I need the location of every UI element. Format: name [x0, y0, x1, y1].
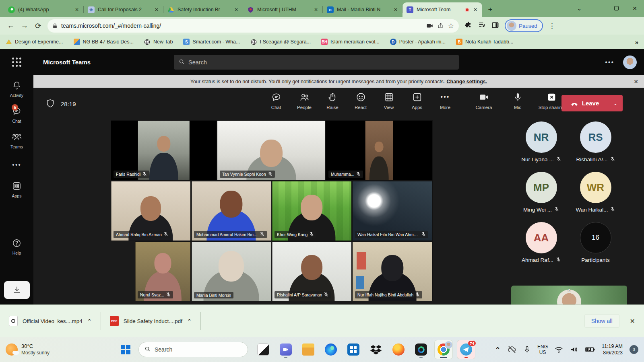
- camera-in-use-icon[interactable]: [426, 22, 433, 29]
- download-item-1[interactable]: Official Video_kes....mp4⌃: [0, 305, 101, 337]
- call-control-raise[interactable]: Raise: [321, 91, 344, 110]
- change-settings-link[interactable]: Change settings.: [447, 79, 487, 84]
- extensions-puzzle-icon[interactable]: [464, 21, 472, 31]
- bookmark-item-1[interactable]: Design of Experime...: [6, 39, 63, 45]
- bookmarks-overflow-chevron[interactable]: »: [635, 39, 638, 45]
- window-minimize-button[interactable]: —: [588, 5, 607, 12]
- download-item-2[interactable]: PDFSlide Safety Induct....pdf⌃: [101, 305, 200, 337]
- video-tile[interactable]: Tan Vynnie Sophi Koon: [217, 120, 326, 181]
- sidebar-item-apps[interactable]: Apps: [12, 181, 22, 198]
- call-control-chat[interactable]: Chat: [265, 91, 287, 110]
- call-control-apps[interactable]: Apps: [406, 91, 428, 110]
- taskbar-app-teams-chat[interactable]: [277, 340, 295, 359]
- teams-profile-avatar[interactable]: [623, 56, 637, 69]
- browser-tab-4[interactable]: Microsoft | UTHM✕: [243, 2, 323, 17]
- tab-close-icon[interactable]: ✕: [154, 7, 159, 12]
- bookmark-item-8[interactable]: BNota Kuliah Tadabb...: [456, 39, 513, 45]
- window-close-button[interactable]: ✕: [625, 5, 644, 12]
- call-control-camera[interactable]: Camera: [469, 91, 499, 110]
- taskbar-app-webex[interactable]: [412, 340, 430, 359]
- video-tile[interactable]: Ahmad Rafiq Bin Azman: [111, 181, 191, 241]
- bookmark-item-6[interactable]: BHIslam meraikan evol...: [321, 39, 380, 45]
- bookmark-item-5[interactable]: I Sceagan @ Segara...: [250, 39, 311, 45]
- video-tile[interactable]: Khor Wing Kang: [272, 181, 352, 241]
- reload-button[interactable]: ⟳: [31, 19, 45, 33]
- taskbar-clock[interactable]: 11:19 AM 8/6/2023: [602, 343, 623, 356]
- call-control-view[interactable]: View: [378, 91, 400, 110]
- bookmark-item-3[interactable]: New Tab: [144, 39, 173, 45]
- battery-icon[interactable]: [585, 347, 595, 352]
- taskbar-app-telegram[interactable]: 74: [457, 340, 475, 359]
- wifi-icon[interactable]: [555, 346, 563, 353]
- browser-tab-1[interactable]: (4) WhatsApp✕: [4, 2, 84, 17]
- start-button[interactable]: [121, 345, 130, 354]
- sidebar-item-help[interactable]: Help: [12, 239, 21, 255]
- playlist-icon[interactable]: [478, 21, 486, 31]
- notification-count-badge[interactable]: 3: [630, 345, 638, 354]
- taskbar-app-dropbox[interactable]: [367, 340, 385, 359]
- sidebar-item-more[interactable]: •••: [12, 161, 21, 169]
- tab-close-icon[interactable]: ✕: [313, 7, 319, 12]
- video-tile[interactable]: Nurul Syaz...: [135, 241, 191, 301]
- sidebar-participant[interactable]: AAAhmad Raf...: [514, 222, 568, 263]
- browser-tab-5[interactable]: oMail - Marlia Binti N✕: [323, 2, 402, 17]
- download-item-chevron-icon[interactable]: ⌃: [87, 318, 92, 324]
- video-tile[interactable]: Mohammad Amirrul Hakim Bin Suhaimi: [191, 181, 271, 241]
- downloads-bar-close-icon[interactable]: ✕: [630, 317, 635, 325]
- call-control-more[interactable]: •••More: [434, 91, 456, 110]
- taskbar-app-chrome[interactable]: [435, 340, 452, 359]
- bookmark-item-7[interactable]: DPoster - Apakah ini...: [390, 39, 446, 45]
- sidebar-item-teams[interactable]: Teams: [10, 132, 23, 149]
- microphone-tray-icon[interactable]: [524, 346, 530, 354]
- taskbar-app-widgets[interactable]: [254, 340, 272, 359]
- taskbar-app-microsoft-store[interactable]: [345, 340, 362, 359]
- language-indicator[interactable]: ENG US: [537, 344, 548, 356]
- video-tile[interactable]: Marlia Binti Morsin: [191, 241, 271, 301]
- sidebar-participant[interactable]: WRWan Haikal...: [568, 172, 623, 213]
- sidebar-participant[interactable]: NRNur Liyana ...: [514, 121, 568, 162]
- browser-tab-2[interactable]: ❀Call for Proposals 2✕: [84, 2, 163, 17]
- banner-close-icon[interactable]: ✕: [634, 78, 638, 85]
- bookmark-item-4[interactable]: SSmarter.com - Wha...: [183, 39, 240, 45]
- video-tile[interactable]: Nur Iffah Najiha Binti Abdullah: [352, 241, 433, 301]
- bookmark-star-icon[interactable]: ☆: [448, 22, 454, 30]
- tab-close-icon[interactable]: ✕: [473, 7, 478, 12]
- weather-widget[interactable]: 30°C Mostly sunny: [6, 343, 86, 356]
- expand-self-view-chevron-icon[interactable]: ⌃: [567, 288, 572, 295]
- teams-search-bar[interactable]: Search: [174, 55, 459, 70]
- tab-close-icon[interactable]: ✕: [233, 7, 239, 12]
- tab-close-icon[interactable]: ✕: [393, 7, 398, 12]
- call-control-mic[interactable]: Mic: [503, 91, 533, 110]
- sidebar-item-activity[interactable]: Activity: [10, 81, 23, 98]
- new-tab-button[interactable]: +: [485, 4, 496, 15]
- window-menu-chevron-icon[interactable]: ⌄: [570, 5, 588, 12]
- taskbar-app-firefox[interactable]: [390, 340, 407, 359]
- taskbar-search[interactable]: Search: [138, 342, 248, 357]
- sidebar-participant[interactable]: MPMing Wei ...: [514, 172, 568, 213]
- browser-tab-6[interactable]: TMicrosoft Team✕: [402, 2, 482, 17]
- call-control-react[interactable]: React: [349, 91, 372, 110]
- forward-button[interactable]: →: [18, 19, 31, 33]
- sidebar-item-chat[interactable]: 5Chat: [12, 107, 21, 123]
- call-control-people[interactable]: People: [293, 91, 316, 110]
- downloads-popup-button[interactable]: [4, 281, 30, 299]
- bookmark-item-2[interactable]: NG BB 47 Basic Des...: [74, 39, 134, 45]
- self-video-preview[interactable]: ⌃: [511, 286, 627, 304]
- leave-options-chevron-icon[interactable]: ⌄: [608, 101, 623, 106]
- sidebar-participant[interactable]: RSRishalini A/...: [568, 121, 623, 162]
- tab-close-icon[interactable]: ✕: [74, 7, 80, 12]
- onedrive-paused-icon[interactable]: [507, 345, 517, 354]
- browser-tab-3[interactable]: Safety Induction Br✕: [163, 2, 243, 17]
- share-icon[interactable]: [437, 22, 444, 29]
- download-item-chevron-icon[interactable]: ⌃: [187, 318, 192, 324]
- video-tile[interactable]: Wan Haikal Fitri Bin Wan Ahmad Rizalle: [352, 181, 433, 241]
- address-bar[interactable]: teams.microsoft.com/_#/modern-calling/ ☆: [47, 19, 459, 33]
- app-launcher-waffle-icon[interactable]: [0, 58, 33, 67]
- taskbar-app-file-explorer[interactable]: [299, 340, 317, 359]
- profile-sync-paused-pill[interactable]: Paused: [505, 19, 543, 32]
- video-tile[interactable]: Rishalini A/P Saravanan: [272, 241, 352, 301]
- taskbar-app-edge[interactable]: [322, 340, 340, 359]
- browser-menu-icon[interactable]: ⋮: [549, 22, 555, 30]
- volume-icon[interactable]: [570, 346, 578, 353]
- video-tile[interactable]: Muhamma...: [326, 120, 433, 181]
